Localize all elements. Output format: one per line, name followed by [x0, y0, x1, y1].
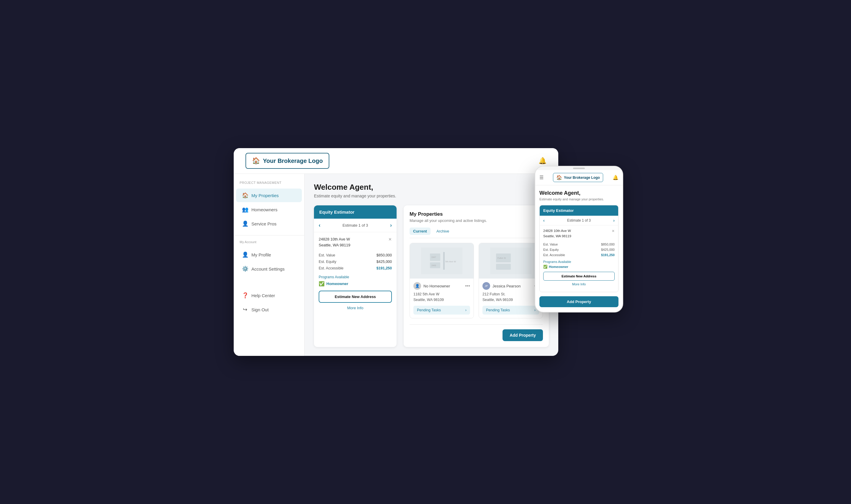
more-info-link[interactable]: More Info — [319, 306, 392, 310]
tab-archive[interactable]: Archive — [433, 228, 453, 235]
properties-panel-subtitle: Manage all your upcoming and active list… — [410, 218, 543, 223]
equity-card-body: ✕ 24828 10th Ave W Seattle, WA 98119 Est… — [314, 232, 397, 318]
equity-address-line2: Seattle, WA 98119 — [319, 243, 350, 247]
mobile-next-button[interactable]: › — [613, 218, 615, 223]
mobile-logo-box[interactable]: 🏠 Your Brokerage Logo — [553, 173, 603, 182]
avatar-2: JP — [483, 282, 490, 290]
home-icon: 🏠 — [242, 192, 248, 199]
sidebar-item-account-settings[interactable]: ⚙️ Account Settings — [236, 262, 302, 276]
owner-name-2: Jessica Pearson — [492, 284, 521, 288]
mobile-top-bar: ☰ 🏠 Your Brokerage Logo 🔔 — [535, 170, 622, 185]
svg-text:2447: 2447 — [431, 256, 436, 258]
mobile-est-value-row: Est. Value $850,000 — [543, 242, 615, 247]
avatar-1: 👤 — [413, 282, 421, 290]
mobile-more-info-link[interactable]: More Info — [543, 282, 615, 286]
mobile-est-accessible-amount: $191,250 — [601, 253, 615, 257]
property-addr-2-line2: Seattle, WA 98109 — [483, 298, 513, 302]
equity-estimator-card: Equity Estimator ‹ Estimate 1 of 3 › ✕ 2… — [314, 205, 397, 347]
sidebar-item-sign-out[interactable]: ↪ Sign Out — [236, 303, 302, 316]
mobile-equity-card: Equity Estimator ‹ Estimate 1 of 3 › ✕ 2… — [539, 205, 618, 292]
mobile-programs-label: Programs Available — [543, 260, 615, 264]
property-card-1-owner: 👤 No Homeowner ••• — [413, 282, 470, 290]
mobile-equity-body: ✕ 24828 10th Ave W Seattle, WA 98119 Est… — [540, 226, 618, 292]
sidebar-item-service-pros[interactable]: 👤 Service Pros — [236, 217, 302, 231]
pending-tasks-btn-2[interactable]: Pending Tasks › — [483, 306, 539, 314]
add-property-button[interactable]: Add Property — [503, 329, 543, 341]
mobile-est-equity-label: Est. Equity — [543, 248, 559, 251]
mobile-est-accessible-label: Est. Accessible — [543, 253, 565, 257]
next-estimate-button[interactable]: › — [390, 222, 392, 228]
est-equity-label: Est. Equity — [319, 260, 337, 264]
pending-tasks-arrow-1: › — [465, 308, 467, 312]
mobile-property-address: ✕ 24828 10th Ave W Seattle, WA 98119 — [543, 228, 615, 239]
mobile-welcome-title: Welcome Agent, — [539, 190, 618, 196]
property-card-2: Fulton St JP Jessica Pearson — [478, 243, 543, 318]
add-property-bar: Add Property — [410, 324, 543, 341]
notification-bell-icon[interactable]: 🔔 — [539, 157, 546, 165]
properties-panel-title: My Properties — [410, 211, 543, 217]
check-circle-icon: ✅ — [319, 281, 325, 287]
sidebar: Project Management 🏠 My Properties 👥 Hom… — [234, 174, 305, 356]
tab-current[interactable]: Current — [410, 228, 431, 235]
welcome-title: Welcome Agent, — [314, 183, 549, 192]
sidebar-label-my-profile: My Profile — [251, 252, 271, 257]
equity-value-row: Est. Value $850,000 — [319, 252, 392, 258]
property-addr-1: 1182 5th Ave W Seattle, WA 98109 — [413, 291, 470, 303]
mobile-check-icon: ✅ — [543, 265, 547, 269]
mobile-content: Welcome Agent, Estimate equity and manag… — [535, 185, 622, 312]
property-map-1: 5th Ave W 2447 2443 — [421, 248, 463, 274]
pending-tasks-btn-1[interactable]: Pending Tasks › — [413, 306, 470, 314]
mobile-homeowner-label: Homeowner — [549, 265, 568, 269]
mobile-welcome-sub: Estimate equity and manage your properti… — [539, 197, 618, 201]
equity-address-line1: 24828 10th Ave W — [319, 237, 350, 241]
settings-icon: ⚙️ — [242, 266, 248, 272]
mobile-add-property-button[interactable]: Add Property — [539, 296, 618, 307]
property-card-2-body: JP Jessica Pearson ••• 212 Fulton St. Se… — [479, 278, 543, 318]
card-1-menu-button[interactable]: ••• — [465, 283, 470, 289]
mobile-est-equity-row: Est. Equity $425,000 — [543, 247, 615, 252]
mobile-menu-icon[interactable]: ☰ — [539, 175, 544, 180]
property-card-1-body: 👤 No Homeowner ••• 1182 5th Ave W S — [410, 278, 474, 318]
logo-box[interactable]: 🏠 Your Brokerage Logo — [246, 153, 329, 169]
mobile-est-value-label: Est. Value — [543, 242, 558, 246]
property-cards-list: 5th Ave W 2447 2443 — [410, 243, 543, 318]
top-bar: 🏠 Your Brokerage Logo 🔔 — [234, 148, 558, 174]
sidebar-item-my-profile[interactable]: 👤 My Profile — [236, 248, 302, 262]
estimate-new-address-button[interactable]: Estimate New Address — [319, 291, 392, 303]
equity-equity-row: Est. Equity $425,000 — [319, 258, 392, 265]
sidebar-item-homeowners[interactable]: 👥 Homeowners — [236, 203, 302, 216]
mobile-estimate-button[interactable]: Estimate New Address — [543, 272, 615, 281]
svg-text:2443: 2443 — [431, 264, 436, 267]
mobile-close-button[interactable]: ✕ — [612, 228, 615, 234]
no-homeowner-icon: 👤 — [415, 284, 420, 288]
owner-info-1: 👤 No Homeowner — [413, 282, 450, 290]
homeowner-badge: ✅ Homeowner — [319, 281, 392, 287]
property-card-1: 5th Ave W 2447 2443 — [410, 243, 474, 318]
sidebar-label-account-settings: Account Settings — [251, 267, 285, 271]
pending-tasks-label-2: Pending Tasks — [486, 308, 510, 312]
homeowner-label: Homeowner — [326, 282, 348, 286]
sidebar-item-help-center[interactable]: ❓ Help Center — [236, 289, 302, 302]
mobile-homeowner-badge: ✅ Homeowner — [543, 265, 615, 269]
prev-estimate-button[interactable]: ‹ — [319, 222, 321, 228]
mobile-prev-button[interactable]: ‹ — [543, 218, 545, 223]
mobile-equity-nav: ‹ Estimate 1 of 3 › — [540, 216, 618, 226]
owner-info-2: JP Jessica Pearson — [483, 282, 521, 290]
sidebar-item-my-properties[interactable]: 🏠 My Properties — [236, 188, 302, 202]
property-card-2-owner: JP Jessica Pearson ••• — [483, 282, 539, 290]
property-addr-2-line1: 212 Fulton St. — [483, 292, 505, 296]
mobile-equity-header: Equity Estimator — [540, 205, 618, 216]
mobile-nav-label: Estimate 1 of 3 — [567, 218, 591, 222]
house-icon: 🏠 — [252, 157, 260, 165]
mobile-bell-icon[interactable]: 🔔 — [613, 175, 618, 180]
mobile-addr-line2: Seattle, WA 98119 — [543, 234, 571, 238]
mobile-est-equity-amount: $425,000 — [601, 248, 615, 251]
svg-text:5th Ave W: 5th Ave W — [445, 260, 456, 263]
sidebar-label-help-center: Help Center — [251, 293, 275, 298]
svg-rect-3 — [443, 252, 445, 270]
mobile-addr-line1: 24828 10th Ave W — [543, 229, 571, 233]
close-address-button[interactable]: ✕ — [388, 236, 392, 242]
properties-panel: My Properties Manage all your upcoming a… — [404, 205, 549, 347]
equity-card-nav: ‹ Estimate 1 of 3 › — [314, 219, 397, 232]
mobile-logo-text: Your Brokerage Logo — [564, 176, 600, 180]
